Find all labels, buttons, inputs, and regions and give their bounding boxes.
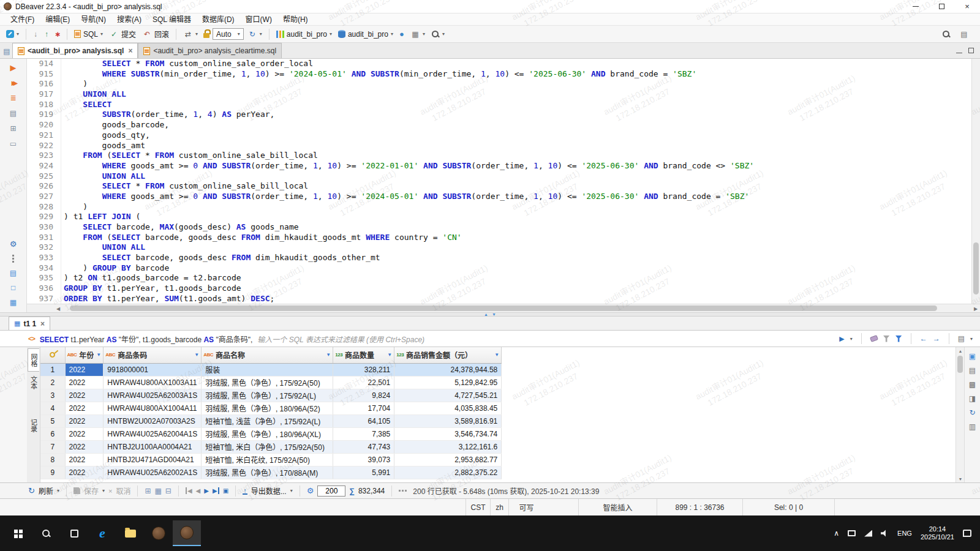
arrow-down-icon[interactable]: ↓ bbox=[31, 29, 40, 39]
grid-panel-icon[interactable]: ▦ bbox=[8, 298, 19, 307]
clear-filter-icon[interactable] bbox=[870, 335, 878, 342]
cell[interactable]: 2022 bbox=[65, 440, 104, 453]
code-line[interactable]: SELECT barcode, goods_desc FROM dim_hkau… bbox=[64, 253, 980, 263]
cell[interactable]: 羽绒服, 黑色（净色）, 170/88A(M) bbox=[202, 466, 333, 479]
output-panel-button[interactable]: ▦▾ bbox=[408, 28, 428, 40]
export-data-button[interactable]: 导出数据... bbox=[251, 485, 287, 496]
script-icon[interactable]: ≣ bbox=[8, 93, 19, 103]
cell[interactable]: 3,122,161.6 bbox=[394, 440, 502, 453]
cell[interactable]: 328,211 bbox=[333, 363, 394, 376]
cell[interactable]: 3,546,734.74 bbox=[394, 427, 502, 440]
cell[interactable]: 22,501 bbox=[333, 376, 394, 389]
panels-dropdown-icon[interactable]: ▾ bbox=[970, 336, 973, 342]
cell[interactable]: 短袖T恤, 浅蓝（净色）, 175/92A(L) bbox=[202, 414, 333, 427]
cell[interactable]: 39,073 bbox=[333, 453, 394, 466]
filter-dropdown-icon[interactable]: ▾ bbox=[850, 336, 853, 342]
column-header[interactable]: ABC商品条码▼ bbox=[104, 347, 202, 363]
cell[interactable]: 47,743 bbox=[333, 440, 394, 453]
code-line[interactable]: goods_qty, bbox=[64, 130, 980, 141]
export-dropdown-icon[interactable]: ▾ bbox=[290, 488, 293, 493]
cell[interactable]: 7,385 bbox=[333, 427, 394, 440]
results-tab-t1[interactable]: ▦ t1 1 × bbox=[9, 317, 50, 330]
cell[interactable]: 2022 bbox=[65, 389, 104, 402]
dbeaver-taskbar-button[interactable] bbox=[145, 520, 173, 546]
cell[interactable]: 9918000001 bbox=[104, 363, 202, 376]
cell[interactable]: 羽绒服, 黑色（净色）, 175/92A(L) bbox=[202, 389, 333, 402]
aggregate-panel-icon[interactable]: ▩ bbox=[969, 380, 976, 389]
code-line[interactable]: FROM (SELECT * FROM custom_online_sale_b… bbox=[64, 151, 980, 161]
taskbar-search-button[interactable] bbox=[32, 520, 60, 546]
quick-search-icon[interactable] bbox=[942, 30, 951, 39]
presentation-tab-3[interactable]: 记录 bbox=[28, 414, 39, 437]
network-icon[interactable] bbox=[864, 530, 872, 537]
minimize-panel-icon[interactable] bbox=[956, 47, 962, 55]
cancel-button[interactable]: 取消 bbox=[116, 485, 130, 496]
taskbar-clock[interactable]: 20:14 2025/10/21 bbox=[921, 525, 954, 541]
new-connection-button[interactable]: ▾ bbox=[4, 29, 21, 39]
menu-item[interactable]: 文件(F) bbox=[5, 13, 40, 26]
cell[interactable]: 2,882,375.22 bbox=[394, 466, 502, 479]
column-filter-icon[interactable]: ▼ bbox=[96, 352, 101, 358]
cell[interactable]: 短袖T恤, 米白花纹, 175/92A(50) bbox=[202, 453, 333, 466]
status-insert-mode[interactable]: 智能插入 bbox=[578, 499, 657, 515]
cell[interactable]: 24,378,944.58 bbox=[394, 363, 502, 376]
cell[interactable]: 2022 bbox=[65, 402, 104, 414]
more-options-icon[interactable] bbox=[8, 253, 19, 263]
cell[interactable]: 2022 bbox=[65, 466, 104, 479]
row-number[interactable]: 3 bbox=[40, 389, 65, 402]
grid-vertical-scrollbar[interactable]: ▲ ▼ bbox=[956, 347, 964, 482]
editor-results-splitter[interactable]: ▲ ▼ bbox=[0, 312, 980, 317]
status-cursor-position[interactable]: 899 : 1 : 36736 bbox=[657, 499, 742, 515]
cell[interactable]: 64,105 bbox=[333, 414, 394, 427]
menu-item[interactable]: 导航(N) bbox=[75, 13, 111, 26]
filter-input[interactable]: 输入一个 SQL 表达式来过滤结果 (使用 Ctrl+Space) bbox=[257, 334, 834, 344]
menu-item[interactable]: 搜索(A) bbox=[111, 13, 147, 26]
code-line[interactable]: UNION ALL bbox=[64, 89, 980, 100]
code-line[interactable]: ) bbox=[64, 202, 980, 212]
cell[interactable]: 2,953,682.77 bbox=[394, 453, 502, 466]
row-number[interactable]: 8 bbox=[40, 453, 65, 466]
apply-filter-icon[interactable]: ▶ bbox=[839, 335, 844, 343]
code-line[interactable]: ) t2 ON t1.goods_barcode = t2.barcode bbox=[64, 273, 980, 283]
cell[interactable]: HNTBJ2U100AA0004A21 bbox=[104, 440, 202, 453]
forward-icon[interactable]: → bbox=[933, 334, 940, 343]
column-filter-icon[interactable]: ▼ bbox=[494, 352, 499, 358]
focus-row-icon[interactable]: ▣ bbox=[223, 487, 228, 494]
minimize-window-button[interactable] bbox=[903, 0, 929, 13]
column-filter-icon[interactable]: ▼ bbox=[326, 352, 331, 358]
volume-icon[interactable] bbox=[881, 530, 889, 537]
execute-script-icon[interactable]: ▶▶ bbox=[8, 78, 19, 88]
refresh-dropdown-icon[interactable]: ▾ bbox=[57, 488, 59, 493]
save-button[interactable]: 保存 bbox=[84, 485, 99, 496]
cell[interactable]: HWRAW4U025A62003A1S bbox=[104, 389, 202, 402]
refresh-panel-icon[interactable]: ↻ bbox=[969, 408, 975, 417]
rollback-button[interactable]: ↶回滚 bbox=[140, 28, 172, 40]
display-icon[interactable] bbox=[848, 530, 856, 536]
code-line[interactable]: WHERE goods_amt >= 0 AND SUBSTR(order_ti… bbox=[64, 192, 980, 202]
code-line[interactable]: SELECT barcode, MAX(goods_desc) AS goods… bbox=[64, 222, 980, 233]
code-line[interactable]: ORDER BY t1.perYear, SUM(t1.goods_amt) D… bbox=[64, 294, 980, 304]
cell[interactable]: 2022 bbox=[65, 376, 104, 389]
transaction-mode-button[interactable]: ⇄▾ bbox=[181, 28, 200, 40]
output-icon[interactable]: □ bbox=[8, 283, 19, 293]
explain-plan-icon[interactable]: ▤ bbox=[8, 108, 19, 118]
code-line[interactable]: SUBSTR(order_time, 1, 4) AS perYear, bbox=[64, 110, 980, 120]
code-line[interactable]: WHERE goods_amt >= 0 AND SUBSTR(order_ti… bbox=[64, 161, 980, 171]
editor-tab-cleartime[interactable]: <audit_bi_pro> analysis_cleartime.sql bbox=[138, 43, 282, 58]
value-panel-icon[interactable]: ▣ bbox=[969, 352, 976, 361]
code-line[interactable]: SELECT bbox=[64, 100, 980, 110]
menu-item[interactable]: 编辑(E) bbox=[40, 13, 75, 26]
cell[interactable]: 羽绒服, 黑色（净色）, 180/96A(52) bbox=[202, 402, 333, 414]
cell[interactable]: HWRAW4U800AX1004A11 bbox=[104, 402, 202, 414]
row-number[interactable]: 7 bbox=[40, 440, 65, 453]
last-page-icon[interactable]: ▶ bbox=[213, 487, 219, 494]
perspective-icon[interactable]: ▤ bbox=[959, 29, 969, 39]
refresh-button[interactable]: 刷新 bbox=[39, 485, 53, 496]
scroll-right-icon[interactable]: ▶ bbox=[971, 304, 980, 313]
cell[interactable]: 羽绒服, 黑色（净色）, 175/92A(50) bbox=[202, 376, 333, 389]
column-filter-icon[interactable]: ▼ bbox=[194, 352, 199, 358]
presentation-tab-2[interactable]: 文本 bbox=[28, 372, 39, 394]
column-header[interactable]: 123商品数量▼ bbox=[333, 347, 394, 363]
search-data-button[interactable]: ▾ bbox=[429, 29, 447, 40]
cell[interactable]: 羽绒服, 黑色（净色）, 180/96A(XL) bbox=[202, 427, 333, 440]
